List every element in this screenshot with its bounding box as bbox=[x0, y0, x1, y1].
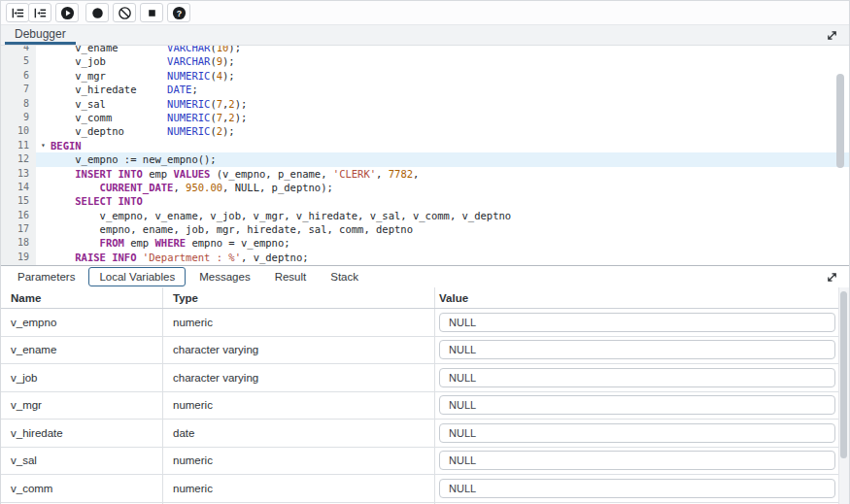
code-line-14: 14 CURRENT_DATE, 950.00, NULL, p_deptno)… bbox=[1, 181, 849, 194]
breakpoint-circle-icon bbox=[90, 6, 105, 20]
tab-parameters[interactable]: Parameters bbox=[7, 267, 85, 286]
variable-type-cell: numeric bbox=[163, 475, 435, 502]
code-line-12: 12 v_empno := new_empno(); bbox=[1, 152, 849, 166]
variables-header-row: NameTypeValue bbox=[1, 287, 849, 309]
line-number[interactable]: 17 bbox=[1, 222, 36, 236]
line-number[interactable]: 10 bbox=[1, 124, 36, 138]
line-number[interactable]: 19 bbox=[1, 251, 36, 264]
line-number[interactable]: 7 bbox=[1, 83, 36, 96]
line-number[interactable]: 6 bbox=[1, 69, 36, 83]
tab-debugger[interactable]: Debugger bbox=[5, 24, 76, 45]
fold-spacer bbox=[36, 97, 51, 111]
code-text: v_sal NUMERIC(7,2); bbox=[51, 97, 849, 111]
line-number[interactable]: 4 bbox=[1, 46, 36, 54]
editor-scrollbar[interactable] bbox=[836, 74, 844, 168]
fold-spacer bbox=[36, 54, 51, 68]
fold-spacer bbox=[36, 222, 51, 236]
variable-value-input[interactable] bbox=[439, 451, 835, 470]
toggle-breakpoint-button[interactable] bbox=[85, 3, 109, 22]
line-number[interactable]: 9 bbox=[1, 111, 36, 124]
code-line-16: 16 v_empno, v_ename, v_job, v_mgr, v_hir… bbox=[1, 209, 849, 222]
line-number[interactable]: 11 bbox=[1, 139, 36, 152]
tab-stack[interactable]: Stack bbox=[320, 267, 369, 286]
variable-type-cell: numeric bbox=[163, 448, 435, 475]
code-line-13: 13 INSERT INTO emp VALUES (v_empno, p_en… bbox=[1, 167, 849, 181]
debugger-toolbar: ? bbox=[1, 1, 849, 25]
variable-value-cell bbox=[435, 420, 849, 447]
column-header-type[interactable]: Type bbox=[163, 287, 435, 308]
panel-expand-button[interactable] bbox=[825, 271, 838, 285]
step-over-button[interactable] bbox=[28, 3, 51, 22]
code-text: RAISE INFO 'Department : %', v_deptno; bbox=[51, 251, 849, 264]
variable-name-cell: v_hiredate bbox=[1, 420, 163, 447]
expand-icon bbox=[826, 30, 838, 45]
variable-value-input[interactable] bbox=[439, 423, 835, 443]
code-line-18: 18 FROM emp WHERE empno = v_empno; bbox=[1, 236, 849, 250]
play-circle-icon bbox=[60, 6, 75, 20]
fold-spacer bbox=[36, 236, 51, 250]
svg-text:?: ? bbox=[176, 8, 181, 17]
table-scrollbar[interactable] bbox=[840, 291, 847, 458]
line-number[interactable]: 8 bbox=[1, 97, 36, 111]
code-line-9: 9 v_comm NUMERIC(7,2); bbox=[1, 111, 849, 124]
fold-spacer bbox=[36, 83, 51, 96]
fold-spacer bbox=[36, 181, 51, 194]
code-line-19: 19 RAISE INFO 'Department : %', v_deptno… bbox=[1, 251, 849, 264]
editor-expand-button[interactable] bbox=[825, 29, 838, 43]
code-text: CURRENT_DATE, 950.00, NULL, p_deptno); bbox=[51, 181, 849, 194]
code-text: v_empno, v_ename, v_job, v_mgr, v_hireda… bbox=[51, 209, 849, 222]
continue-button[interactable] bbox=[55, 3, 79, 22]
line-number[interactable]: 16 bbox=[1, 209, 36, 222]
code-text: v_comm NUMERIC(7,2); bbox=[51, 111, 849, 124]
variable-name-cell: v_job bbox=[1, 364, 163, 391]
local-variables-table: NameTypeValue v_empnonumericv_enamechara… bbox=[1, 287, 849, 504]
help-button[interactable]: ? bbox=[167, 3, 190, 22]
variable-type-cell: character varying bbox=[163, 364, 435, 391]
code-text: v_empno := new_empno(); bbox=[51, 152, 849, 166]
variable-value-input[interactable] bbox=[439, 313, 835, 332]
variables-table-body: v_empnonumericv_enamecharacter varyingv_… bbox=[1, 309, 849, 504]
code-line-5: 5 v_job VARCHAR(9); bbox=[1, 54, 849, 68]
variable-type-cell: numeric bbox=[163, 392, 435, 420]
column-header-name[interactable]: Name bbox=[1, 287, 163, 308]
code-text: v_job VARCHAR(9); bbox=[51, 54, 849, 68]
column-header-value[interactable]: Value bbox=[435, 287, 849, 308]
line-number[interactable]: 14 bbox=[1, 181, 36, 194]
tab-local-variables[interactable]: Local Variables bbox=[88, 267, 186, 286]
table-scrollbar-track bbox=[838, 287, 849, 504]
step-into-icon bbox=[11, 6, 25, 20]
fold-spacer bbox=[36, 46, 51, 54]
variable-value-input[interactable] bbox=[439, 479, 835, 498]
tab-messages[interactable]: Messages bbox=[188, 267, 260, 286]
variable-value-input[interactable] bbox=[439, 395, 835, 415]
code-line-17: 17 empno, ename, job, mgr, hiredate, sal… bbox=[1, 222, 849, 236]
code-text: BEGIN bbox=[51, 139, 849, 152]
variable-value-cell bbox=[435, 448, 849, 475]
code-text: SELECT INTO bbox=[51, 194, 849, 208]
code-line-10: 10 v_deptno NUMERIC(2); bbox=[1, 124, 849, 138]
line-number[interactable]: 12 bbox=[1, 152, 36, 166]
variable-row-v_ename: v_enamecharacter varying bbox=[1, 337, 849, 365]
variable-value-input[interactable] bbox=[439, 368, 835, 387]
fold-arrow-icon[interactable]: ▾ bbox=[36, 139, 51, 152]
line-number[interactable]: 18 bbox=[1, 236, 36, 250]
variable-value-cell bbox=[435, 475, 849, 502]
fold-spacer bbox=[36, 251, 51, 264]
step-over-icon bbox=[33, 6, 48, 20]
line-number[interactable]: 15 bbox=[1, 194, 36, 208]
ban-circle-icon bbox=[118, 6, 132, 20]
variable-value-input[interactable] bbox=[439, 340, 835, 359]
fold-spacer bbox=[36, 124, 51, 138]
line-number[interactable]: 13 bbox=[1, 167, 36, 181]
fold-spacer bbox=[36, 194, 51, 208]
step-into-button[interactable] bbox=[6, 3, 29, 22]
clear-all-breakpoints-button[interactable] bbox=[113, 3, 136, 22]
variable-type-cell: numeric bbox=[163, 309, 435, 336]
fold-spacer bbox=[36, 69, 51, 83]
debugger-window: ? Debugger 4 v_ename VARCHAR(10);5 v_job… bbox=[0, 0, 850, 504]
code-text: v_mgr NUMERIC(4); bbox=[51, 69, 849, 83]
line-number[interactable]: 5 bbox=[1, 54, 36, 68]
code-editor[interactable]: 4 v_ename VARCHAR(10);5 v_job VARCHAR(9)… bbox=[1, 46, 849, 265]
tab-result[interactable]: Result bbox=[264, 267, 318, 286]
stop-button[interactable] bbox=[140, 3, 163, 22]
